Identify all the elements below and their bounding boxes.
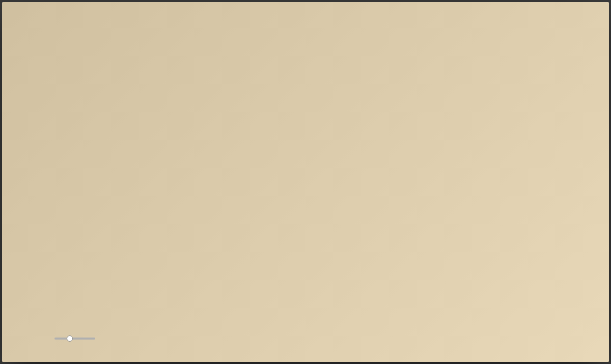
zoom-slider-thumb[interactable] — [67, 335, 73, 342]
main-content: LIBRARY ⚡ Events 📷 Photos 👤 Faces 📍 Plac… — [11, 29, 600, 328]
main-window: iPhoto LIBRARY ⚡ Events 📷 Photos 👤 Faces… — [10, 9, 601, 355]
photo-area: Fam Book—22 pages Change Theme — [113, 29, 600, 328]
zoom-slider-track[interactable] — [54, 338, 95, 340]
photo-grid[interactable]: Cover — [113, 46, 600, 328]
page-warm-family[interactable] — [119, 267, 193, 322]
